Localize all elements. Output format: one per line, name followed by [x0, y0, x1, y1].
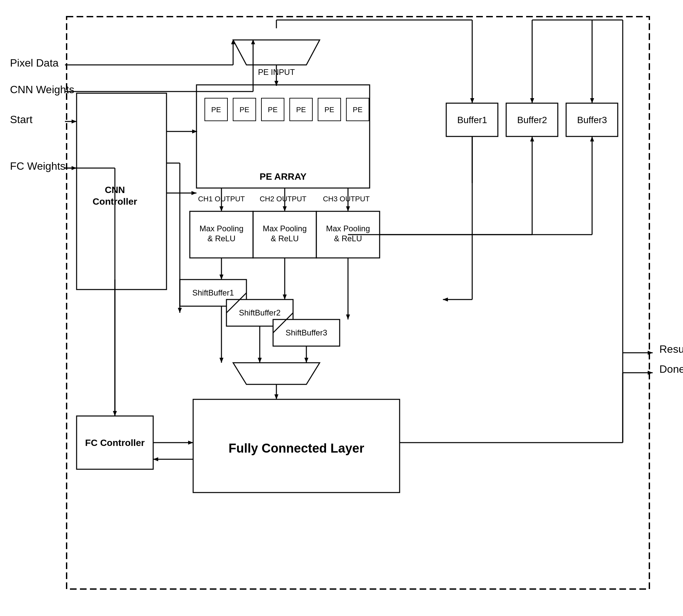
pe6-label: PE [353, 106, 362, 114]
max-pool2-line2: & ReLU [271, 234, 299, 243]
sb2-funnel-arrowhead [258, 358, 262, 363]
pool2-sb2-arrowhead [283, 294, 287, 300]
funnel-fc-arrowhead [274, 394, 278, 399]
ctrl-sb1-arrowhead [178, 308, 182, 313]
max-pool2-line1: Max Pooling [263, 224, 307, 233]
pe-input-shape [233, 40, 320, 65]
max-pool3-line1: Max Pooling [326, 224, 370, 233]
shift-buffer1-label: ShiftBuffer1 [192, 288, 234, 297]
ch3-arrowhead [346, 206, 350, 211]
fc-ctrl-fc-arrowhead [188, 441, 193, 445]
fc-controller-label: FC Controller [85, 438, 145, 448]
pool3-buf3-arrowhead [590, 136, 594, 141]
pe1-label: PE [211, 106, 221, 114]
cnn-ctrl-arrowhead [191, 191, 196, 195]
ch2-output-label: CH2 OUTPUT [260, 195, 307, 203]
buf1-arrowhead [470, 98, 474, 103]
start-arrowhead [71, 119, 77, 124]
ch2-arrowhead [283, 206, 287, 211]
ch1-arrowhead [219, 206, 223, 211]
pe2-label: PE [239, 106, 249, 114]
pixel-data-label: Pixel Data [10, 57, 59, 69]
pe-array-label: PE ARRAY [259, 171, 306, 182]
max-pool1-line2: & ReLU [208, 234, 235, 243]
fc-weights-label: FC Weights [10, 160, 66, 172]
sb3-funnel-arrowhead [304, 358, 308, 363]
ch3-output-label: CH3 OUTPUT [323, 195, 370, 203]
done-arrowhead [648, 371, 653, 375]
buf2-arrowhead [530, 98, 534, 103]
shift-buffer2-label: ShiftBuffer2 [239, 308, 281, 317]
buffer3-label: Buffer3 [577, 115, 607, 125]
pool1-sb1-arrowhead [219, 274, 223, 280]
start-label: Start [10, 113, 33, 126]
cnn-weights-label: CNN Weights [10, 84, 74, 95]
max-pool1-line1: Max Pooling [199, 224, 243, 233]
merge-shape [233, 363, 320, 384]
buffer1-label: Buffer1 [457, 115, 487, 125]
results-label: Results [659, 343, 683, 355]
buf1-cross-arrowhead [443, 298, 448, 302]
fc-feedback-arrowhead [153, 457, 158, 461]
pe5-label: PE [324, 106, 334, 114]
results-arrowhead [648, 351, 653, 355]
pool2-buf2-arrowhead [530, 136, 534, 141]
max-pool3-line2: & ReLU [334, 234, 362, 243]
pool3-sb3-arrowhead [346, 314, 350, 320]
done-label: Done [659, 363, 683, 375]
buf3-arrowhead [590, 98, 594, 103]
buffer2-label: Buffer2 [517, 115, 547, 125]
pe4-label: PE [296, 106, 306, 114]
shift-buffer3-label: ShiftBuffer3 [286, 328, 327, 337]
fc-layer-label: Fully Connected Layer [229, 441, 364, 455]
pe3-label: PE [268, 106, 277, 114]
sb1-funnel-arrowhead [219, 358, 223, 363]
